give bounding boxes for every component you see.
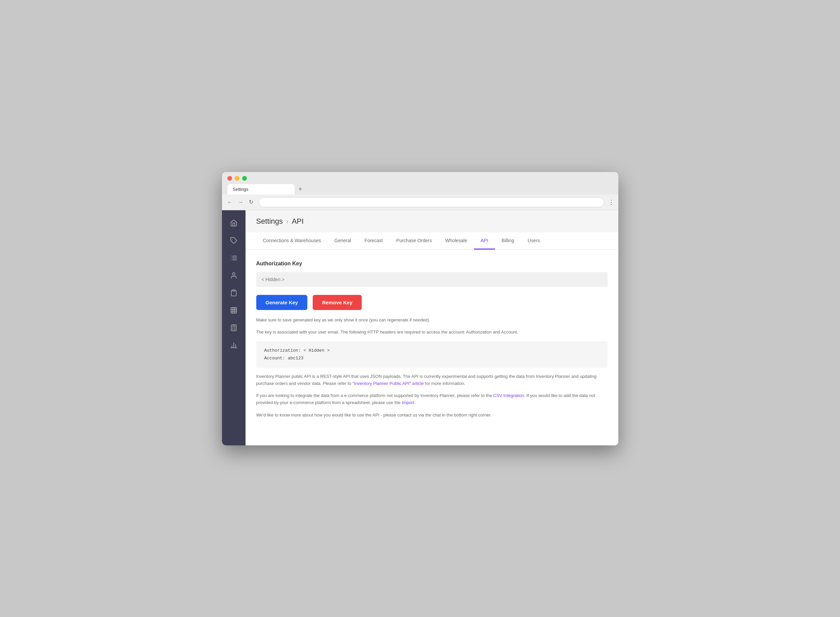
code-line-1: Authorization: < Hidden >: [264, 347, 599, 354]
info-text-4-end: .: [414, 400, 415, 405]
tab-navigation: Connections & Warehouses General Forecas…: [245, 232, 619, 250]
tab-users[interactable]: Users: [521, 232, 547, 249]
info-text-1: Make sure to save generated key as we on…: [256, 317, 608, 324]
svg-rect-9: [231, 307, 236, 313]
content-area: Authorization Key Generate Key Remove Ke…: [245, 250, 619, 445]
button-row: Generate Key Remove Key: [256, 295, 608, 310]
tab-bar: Settings +: [227, 184, 613, 195]
breadcrumb-parent: Settings: [256, 217, 283, 226]
sidebar: [222, 210, 245, 445]
sidebar-icon-chart[interactable]: [226, 338, 241, 353]
nav-arrows: ← → ↻: [226, 198, 255, 206]
minimize-button[interactable]: [235, 176, 239, 181]
back-button[interactable]: ←: [226, 198, 234, 206]
generate-key-button[interactable]: Generate Key: [256, 295, 308, 310]
svg-rect-8: [232, 289, 235, 291]
browser-chrome: Settings +: [222, 172, 619, 195]
reload-button[interactable]: ↻: [248, 198, 255, 206]
traffic-lights: [227, 176, 613, 181]
tab-api[interactable]: API: [474, 232, 495, 249]
address-bar[interactable]: [258, 197, 604, 207]
close-button[interactable]: [227, 176, 232, 181]
page-header: Settings › API: [245, 210, 619, 232]
browser-window: Settings + ← → ↻ ⋮: [222, 172, 619, 445]
info-text-4: If you are looking to integrate the data…: [256, 392, 608, 406]
sidebar-icon-list[interactable]: [226, 251, 241, 265]
tab-forecast[interactable]: Forecast: [358, 232, 389, 249]
app-container: Settings › API Connections & Warehouses …: [222, 210, 619, 445]
svg-rect-14: [231, 325, 236, 331]
csv-integration-link[interactable]: CSV Integration: [493, 393, 524, 398]
import-link[interactable]: Import: [402, 400, 414, 405]
sidebar-icon-home[interactable]: [226, 216, 241, 230]
forward-button[interactable]: →: [237, 198, 245, 206]
tab-wholesale[interactable]: Wholesale: [438, 232, 474, 249]
remove-key-button[interactable]: Remove Key: [313, 295, 362, 310]
tab-purchase-orders[interactable]: Purchase Orders: [390, 232, 438, 249]
tab-general[interactable]: General: [328, 232, 358, 249]
browser-tab-label: Settings: [233, 187, 248, 192]
info-text-2: The key is associated with your user ema…: [256, 329, 608, 336]
code-line-2: Account: abc123: [264, 354, 599, 362]
info-text-5: We'd like to know more about how you wou…: [256, 412, 608, 419]
tab-billing[interactable]: Billing: [495, 232, 521, 249]
info-text-3-after: for more information.: [424, 381, 465, 386]
browser-menu-button[interactable]: ⋮: [608, 198, 614, 206]
tab-connections[interactable]: Connections & Warehouses: [256, 232, 328, 249]
section-title: Authorization Key: [256, 261, 608, 267]
info-text-3: Inventory Planner public API is a REST-s…: [256, 373, 608, 387]
sidebar-icon-calculator[interactable]: [226, 320, 241, 335]
new-tab-button[interactable]: +: [296, 185, 305, 194]
nav-bar: ← → ↻ ⋮: [222, 195, 619, 210]
maximize-button[interactable]: [242, 176, 247, 181]
main-content: Settings › API Connections & Warehouses …: [245, 210, 619, 445]
api-article-link[interactable]: "Inventory Planner Public API" article: [352, 381, 424, 386]
api-key-field[interactable]: [256, 272, 608, 287]
svg-point-7: [232, 272, 235, 275]
browser-tab[interactable]: Settings: [227, 184, 295, 195]
sidebar-icon-tag[interactable]: [226, 233, 241, 248]
breadcrumb-separator: ›: [286, 217, 288, 225]
sidebar-icon-clipboard[interactable]: [226, 285, 241, 300]
sidebar-icon-contact[interactable]: [226, 268, 241, 283]
sidebar-icon-building[interactable]: [226, 303, 241, 318]
info-text-4-before: If you are looking to integrate the data…: [256, 393, 493, 398]
breadcrumb-current: API: [292, 217, 304, 226]
code-block: Authorization: < Hidden > Account: abc12…: [256, 341, 608, 368]
